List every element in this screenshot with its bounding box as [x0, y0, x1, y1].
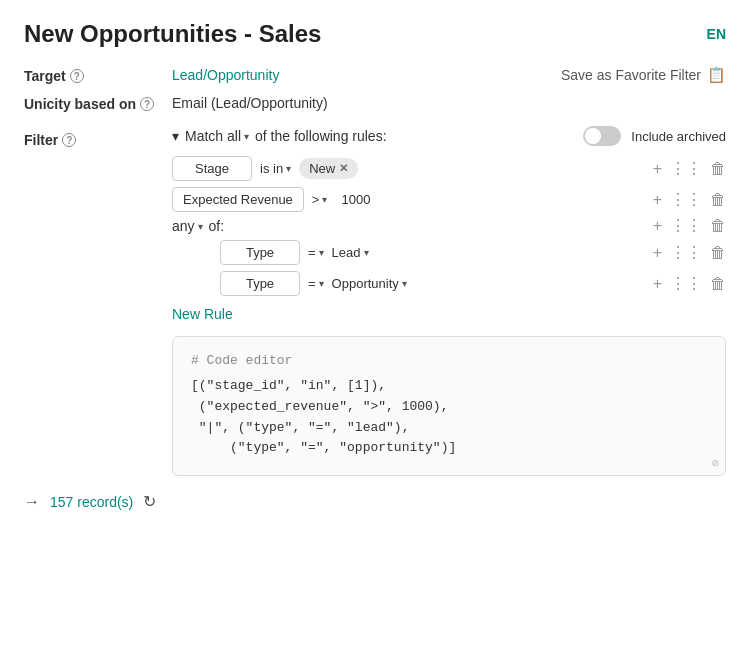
new-rule-button[interactable]: New Rule: [172, 306, 233, 322]
operator-chevron: ▾: [319, 247, 324, 258]
rule-actions: + ⋮⋮ 🗑: [653, 161, 726, 177]
rule-row: Type = ▾ Opportunity ▾ + ⋮⋮ 🗑: [196, 271, 726, 296]
rule-field-stage[interactable]: Stage: [172, 156, 252, 181]
match-all-label: Match all: [185, 128, 241, 144]
branch-rule-button[interactable]: ⋮⋮: [670, 245, 702, 261]
value-chevron: ▾: [402, 278, 407, 289]
target-help-icon[interactable]: ?: [70, 69, 84, 83]
value-chevron: ▾: [364, 247, 369, 258]
operator-chevron: ▾: [322, 194, 327, 205]
any-label: any: [172, 218, 195, 234]
include-archived-label: Include archived: [631, 129, 726, 144]
unicity-value: Email (Lead/Opportunity): [172, 95, 328, 111]
any-chevron: ▾: [198, 221, 203, 232]
target-label: Target ?: [24, 66, 164, 84]
rule-row: Type = ▾ Lead ▾ + ⋮⋮ 🗑: [196, 240, 726, 265]
rule-operator-eq-2[interactable]: = ▾: [308, 276, 324, 291]
add-rule-button[interactable]: +: [653, 218, 662, 234]
rule-operator-gt[interactable]: > ▾: [312, 192, 328, 207]
branch-rule-button[interactable]: ⋮⋮: [670, 218, 702, 234]
rule-field-expected-revenue[interactable]: Expected Revenue: [172, 187, 304, 212]
rule-value-opportunity[interactable]: Opportunity ▾: [332, 276, 407, 291]
delete-rule-button[interactable]: 🗑: [710, 276, 726, 292]
new-rule-label: New Rule: [172, 306, 233, 322]
code-body: [("stage_id", "in", [1]), ("expected_rev…: [191, 376, 707, 459]
save-filter-icon: 📋: [707, 66, 726, 84]
expand-icon: ▾: [172, 128, 179, 144]
operator-chevron: ▾: [286, 163, 291, 174]
rule-actions: + ⋮⋮ 🗑: [653, 192, 726, 208]
add-rule-button[interactable]: +: [653, 276, 662, 292]
unicity-help-icon[interactable]: ?: [140, 97, 154, 111]
sub-rules: Type = ▾ Lead ▾ + ⋮⋮ 🗑: [196, 240, 726, 296]
code-editor[interactable]: # Code editor [("stage_id", "in", [1]), …: [172, 336, 726, 476]
page-title: New Opportunities - Sales: [24, 20, 321, 48]
results-count[interactable]: 157 record(s): [50, 494, 133, 510]
branch-rule-button[interactable]: ⋮⋮: [670, 161, 702, 177]
operator-chevron: ▾: [319, 278, 324, 289]
lang-badge[interactable]: EN: [707, 26, 726, 42]
filter-help-icon[interactable]: ?: [62, 133, 76, 147]
rule-row: Stage is in ▾ New ✕ + ⋮⋮ 🗑: [172, 156, 726, 181]
match-all-chevron: ▾: [244, 131, 249, 142]
include-archived-toggle[interactable]: [583, 126, 621, 146]
add-rule-button[interactable]: +: [653, 245, 662, 261]
branch-rule-button[interactable]: ⋮⋮: [670, 276, 702, 292]
rule-value-lead[interactable]: Lead ▾: [332, 245, 369, 260]
delete-rule-button[interactable]: 🗑: [710, 218, 726, 234]
save-filter-button[interactable]: Save as Favorite Filter 📋: [561, 66, 726, 84]
rule-actions: + ⋮⋮ 🗑: [653, 218, 726, 234]
branch-rule-button[interactable]: ⋮⋮: [670, 192, 702, 208]
delete-rule-button[interactable]: 🗑: [710, 192, 726, 208]
target-value[interactable]: Lead/Opportunity: [172, 67, 279, 83]
delete-rule-button[interactable]: 🗑: [710, 161, 726, 177]
expand-filter-toggle[interactable]: ▾: [172, 128, 179, 144]
delete-rule-button[interactable]: 🗑: [710, 245, 726, 261]
match-all-dropdown[interactable]: Match all ▾: [185, 128, 249, 144]
rule-field-type-2[interactable]: Type: [220, 271, 300, 296]
add-rule-button[interactable]: +: [653, 192, 662, 208]
save-filter-label: Save as Favorite Filter: [561, 67, 701, 83]
of-following-rules: of the following rules:: [255, 128, 387, 144]
code-comment: # Code editor: [191, 353, 707, 368]
add-rule-button[interactable]: +: [653, 161, 662, 177]
results-arrow: →: [24, 493, 40, 511]
rule-actions: + ⋮⋮ 🗑: [653, 245, 726, 261]
rule-actions: + ⋮⋮ 🗑: [653, 276, 726, 292]
any-group-row: any ▾ of: + ⋮⋮ 🗑: [172, 218, 726, 234]
tag-close-new[interactable]: ✕: [339, 162, 348, 175]
rule-field-type-1[interactable]: Type: [220, 240, 300, 265]
rule-row: Expected Revenue > ▾ 1000 + ⋮⋮ 🗑: [172, 187, 726, 212]
resize-handle-icon[interactable]: ⊘: [712, 456, 719, 471]
unicity-label: Unicity based on ?: [24, 94, 164, 112]
rule-operator-is-in[interactable]: is in ▾: [260, 161, 291, 176]
any-dropdown[interactable]: any ▾: [172, 218, 203, 234]
rule-value-new-tag: New ✕: [299, 158, 358, 179]
results-row: → 157 record(s) ↻: [24, 492, 726, 511]
rule-operator-eq-1[interactable]: = ▾: [308, 245, 324, 260]
rules-container: Stage is in ▾ New ✕ + ⋮⋮ 🗑 Expected Reve…: [172, 156, 726, 296]
rule-value-1000: 1000: [335, 190, 376, 209]
refresh-button[interactable]: ↻: [143, 492, 156, 511]
any-of-label: of:: [209, 218, 225, 234]
filter-label: Filter ?: [24, 126, 164, 148]
